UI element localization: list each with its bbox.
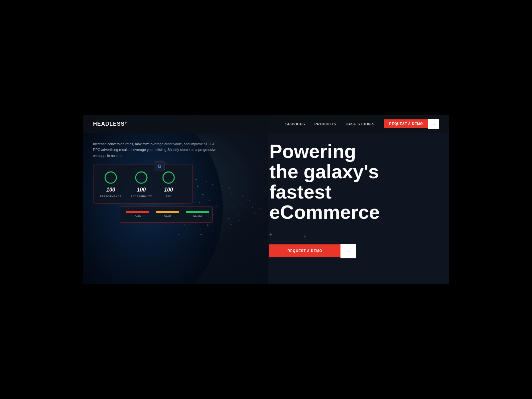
navbar: HEADLESS© SERVICES PRODUCTS CASE STUDIES… [83,115,449,133]
svg-point-79 [163,172,174,183]
performance-score: 100 [106,187,115,193]
score-seo: 100 SEO [161,170,176,198]
accessibility-gauge [134,170,149,185]
score-card: 100 PERFORMANCE 100 ACCESSIBILITY [93,165,193,203]
nav-cta-arrow-button[interactable]: → [428,119,439,129]
hero-right-content: Powering the galaxy's fastest eCommerce … [269,141,439,258]
hero-cta: REQUEST A DEMO → [269,244,356,258]
seo-gauge [161,170,176,185]
legend-mid-label: 50–89 [164,215,171,218]
legend-card: 0–49 50–89 90–100 [120,206,213,223]
hero-left-content: Increase conversion rates, maximize aver… [93,141,219,223]
hero-cta-arrow-button[interactable]: → [340,244,356,258]
logo: HEADLESS© [93,121,127,127]
hero-plus-deco: + [269,232,439,237]
svg-point-75 [105,172,116,183]
nav-cta: REQUEST A DEMO → [384,119,439,129]
legend-mid-bar [156,211,179,213]
seo-label: SEO [166,195,171,198]
svg-point-77 [136,172,147,183]
legend-high-label: 90–100 [193,215,202,218]
hero-request-demo-button[interactable]: REQUEST A DEMO [269,244,340,257]
performance-gauge [103,170,118,185]
seo-score: 100 [164,187,173,193]
score-performance: 100 PERFORMANCE [100,170,121,198]
nav-case-studies[interactable]: CASE STUDIES [345,122,374,126]
star-dot-2 [249,181,249,182]
hero-tagline: Increase conversion rates, maximize aver… [93,141,219,159]
nav-request-demo-button[interactable]: REQUEST A DEMO [384,119,428,128]
legend-low-bar [126,211,149,213]
legend-low-label: 0–49 [135,215,141,218]
legend-low: 0–49 [126,211,149,218]
legend-high: 90–100 [186,211,209,218]
legend-mid: 50–89 [156,211,179,218]
hero-title: Powering the galaxy's fastest eCommerce [269,141,439,222]
accessibility-label: ACCESSIBILITY [131,195,152,198]
performance-label: PERFORMANCE [100,195,121,198]
nav-products[interactable]: PRODUCTS [314,122,336,126]
screen-wrapper: HEADLESS© SERVICES PRODUCTS CASE STUDIES… [83,115,449,284]
score-accessibility: 100 ACCESSIBILITY [131,170,152,198]
legend-high-bar [186,211,209,213]
google-badge: G [155,161,165,171]
nav-services[interactable]: SERVICES [285,122,305,126]
nav-links: SERVICES PRODUCTS CASE STUDIES REQUEST A… [285,119,439,129]
accessibility-score: 100 [137,187,146,193]
